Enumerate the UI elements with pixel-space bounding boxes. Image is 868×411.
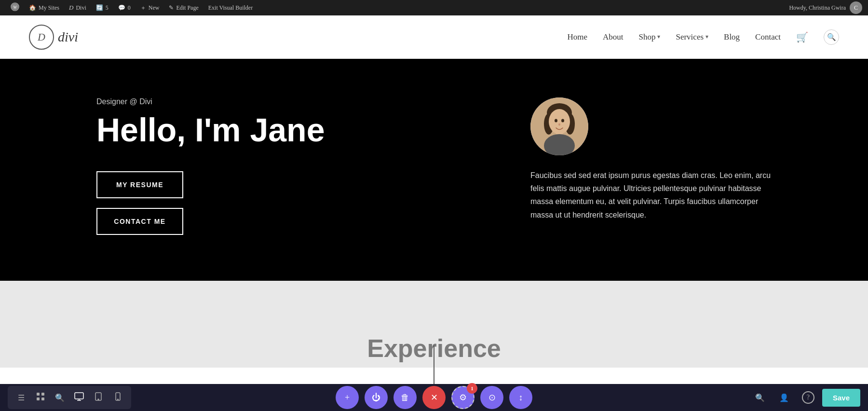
search-icon: 🔍 bbox=[55, 393, 65, 402]
vb-mobile-button[interactable] bbox=[109, 389, 126, 406]
my-sites-icon: 🏠 bbox=[29, 4, 36, 12]
site-logo[interactable]: D divi bbox=[29, 25, 78, 50]
vb-left-tools: ☰ 🔍 bbox=[8, 386, 131, 409]
nav-about-label: About bbox=[603, 32, 624, 42]
vb-modules-button[interactable] bbox=[32, 389, 49, 406]
tablet-icon bbox=[95, 392, 102, 403]
updates-count: 5 bbox=[106, 4, 108, 12]
svg-rect-16 bbox=[75, 393, 83, 399]
svg-point-8 bbox=[561, 119, 564, 123]
vb-help-button[interactable]: ? bbox=[798, 387, 818, 408]
user-greeting: Howdy, Christina Gwira bbox=[789, 4, 846, 12]
vb-center-tools: + ⏻ 🗑 ✕ ⚙ 1 ⊙ ↕ bbox=[336, 386, 532, 409]
exit-builder-label: Exit Visual Builder bbox=[208, 4, 253, 12]
svg-point-7 bbox=[555, 119, 557, 123]
admin-bar-right: Howdy, Christina Gwira C bbox=[789, 1, 862, 14]
wp-icon: W bbox=[11, 2, 19, 13]
account-icon: 👤 bbox=[779, 393, 789, 402]
menu-icon: ☰ bbox=[18, 393, 25, 402]
comments-count: 0 bbox=[128, 4, 131, 12]
nav-home[interactable]: Home bbox=[567, 32, 587, 42]
svg-rect-13 bbox=[41, 393, 44, 396]
settings-badge: 1 bbox=[467, 383, 477, 394]
chevron-down-icon: ▾ bbox=[657, 33, 660, 41]
close-icon: ✕ bbox=[431, 392, 438, 403]
admin-bar: W 🏠 My Sites D Divi 🔄 5 💬 0 ＋ New ✎ Edit… bbox=[0, 0, 868, 15]
new-label: New bbox=[149, 4, 160, 12]
hero-subtitle: Designer @ Divi bbox=[96, 97, 530, 106]
vb-menu-button[interactable]: ☰ bbox=[13, 389, 30, 406]
vb-account-button[interactable]: 👤 bbox=[774, 387, 794, 408]
nav-services-label: Services bbox=[676, 32, 704, 42]
svg-point-20 bbox=[98, 399, 99, 400]
mobile-icon bbox=[115, 392, 121, 403]
my-sites-item[interactable]: 🏠 My Sites bbox=[24, 0, 64, 15]
divi-label: Divi bbox=[76, 4, 86, 12]
vb-power-button[interactable]: ⏻ bbox=[365, 386, 388, 409]
wp-logo-item[interactable]: W bbox=[6, 0, 24, 15]
logo-letter: D bbox=[38, 31, 45, 43]
search-icon: 🔍 bbox=[827, 33, 836, 41]
svg-rect-15 bbox=[41, 397, 44, 400]
exit-builder-item[interactable]: Exit Visual Builder bbox=[203, 0, 258, 15]
hero-description: Faucibus sed sed erat ipsum purus egesta… bbox=[530, 169, 772, 221]
history-icon: ⊙ bbox=[488, 392, 496, 403]
svg-rect-14 bbox=[37, 397, 40, 400]
updates-icon: 🔄 bbox=[96, 4, 103, 12]
trash-icon: 🗑 bbox=[401, 393, 409, 403]
nav-shop[interactable]: Shop ▾ bbox=[638, 32, 660, 42]
vb-sort-button[interactable]: ↕ bbox=[509, 386, 532, 409]
avatar bbox=[530, 97, 588, 155]
search-icon: 🔍 bbox=[755, 393, 765, 402]
my-sites-label: My Sites bbox=[39, 4, 59, 12]
svg-rect-12 bbox=[37, 393, 40, 396]
power-icon: ⏻ bbox=[372, 393, 380, 403]
vb-desktop-button[interactable] bbox=[70, 389, 88, 406]
vb-history-button[interactable]: ⊙ bbox=[480, 386, 503, 409]
hero-buttons: MY RESUME CONTACT ME bbox=[96, 171, 530, 235]
svg-point-22 bbox=[117, 399, 118, 400]
edit-icon: ✎ bbox=[169, 4, 174, 12]
vb-add-button[interactable]: + bbox=[336, 386, 359, 409]
save-button[interactable]: Save bbox=[822, 389, 860, 407]
nav-contact-label: Contact bbox=[755, 32, 781, 42]
nav-blog[interactable]: Blog bbox=[724, 32, 740, 42]
edit-page-label: Edit Page bbox=[176, 4, 198, 12]
contact-button[interactable]: CONTACT ME bbox=[96, 208, 183, 235]
hero-right: Faucibus sed sed erat ipsum purus egesta… bbox=[530, 97, 772, 221]
svg-point-9 bbox=[558, 123, 560, 126]
add-icon: + bbox=[345, 393, 350, 403]
vb-tablet-button[interactable] bbox=[90, 389, 107, 406]
vb-right-search-button[interactable]: 🔍 bbox=[750, 387, 770, 408]
nav-contact[interactable]: Contact bbox=[755, 32, 781, 42]
vb-close-button[interactable]: ✕ bbox=[422, 386, 446, 409]
nav-blog-label: Blog bbox=[724, 32, 740, 42]
hero-left: Designer @ Divi Hello, I'm Jane MY RESUM… bbox=[96, 97, 530, 235]
new-item[interactable]: ＋ New bbox=[136, 0, 164, 15]
nav-services[interactable]: Services ▾ bbox=[676, 32, 708, 42]
site-header: D divi Home About Shop ▾ Services ▾ Blog… bbox=[0, 15, 868, 59]
avatar[interactable]: C bbox=[850, 1, 862, 14]
nav-shop-label: Shop bbox=[638, 32, 655, 42]
divi-item[interactable]: D Divi bbox=[64, 0, 91, 15]
hero-section: Designer @ Divi Hello, I'm Jane MY RESUM… bbox=[0, 59, 868, 281]
search-button[interactable]: 🔍 bbox=[824, 29, 839, 45]
nav-about[interactable]: About bbox=[603, 32, 624, 42]
modules-icon bbox=[36, 392, 45, 403]
site-nav: Home About Shop ▾ Services ▾ Blog Contac… bbox=[567, 29, 839, 45]
vb-trash-button[interactable]: 🗑 bbox=[393, 386, 417, 409]
vb-right-tools: 🔍 👤 ? Save bbox=[750, 387, 860, 408]
svg-point-6 bbox=[549, 109, 570, 134]
nav-home-label: Home bbox=[567, 32, 587, 42]
comments-item[interactable]: 💬 0 bbox=[113, 0, 136, 15]
resume-button[interactable]: MY RESUME bbox=[96, 171, 183, 198]
logo-text: divi bbox=[58, 29, 78, 45]
edit-page-item[interactable]: ✎ Edit Page bbox=[164, 0, 203, 15]
updates-item[interactable]: 🔄 5 bbox=[91, 0, 113, 15]
vb-settings-button[interactable]: ⚙ 1 bbox=[451, 386, 475, 409]
cart-icon[interactable]: 🛒 bbox=[796, 31, 808, 43]
settings-icon: ⚙ bbox=[459, 392, 467, 403]
vb-connector-line bbox=[434, 345, 434, 384]
chevron-down-icon: ▾ bbox=[705, 33, 708, 41]
vb-search-button[interactable]: 🔍 bbox=[51, 389, 68, 406]
